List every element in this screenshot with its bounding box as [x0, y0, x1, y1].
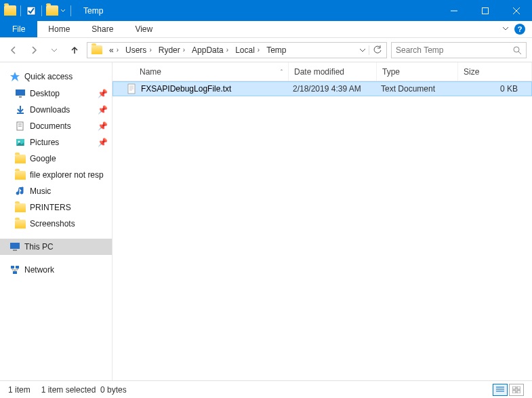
breadcrumb-item[interactable]: Local›	[232, 45, 262, 55]
forward-button[interactable]	[26, 42, 42, 58]
file-row[interactable]: FXSAPIDebugLogFile.txt 2/18/2019 4:39 AM…	[112, 81, 532, 96]
thumbnails-view-button[interactable]	[509, 384, 524, 396]
refresh-button[interactable]	[369, 45, 385, 55]
pc-icon	[9, 241, 20, 252]
file-name: FXSAPIDebugLogFile.txt	[141, 84, 231, 94]
folder-icon	[15, 153, 26, 164]
ribbon-expand-button[interactable]	[502, 24, 509, 34]
navigation-pane: Quick access Desktop 📌 Downloads 📌 Docum…	[0, 62, 112, 380]
close-button[interactable]	[501, 0, 532, 21]
sidebar-this-pc[interactable]: This PC	[0, 239, 112, 255]
app-icon	[4, 5, 16, 16]
address-dropdown-button[interactable]	[356, 42, 369, 58]
tab-file[interactable]: File	[0, 21, 37, 37]
maximize-button[interactable]	[470, 0, 501, 21]
column-size[interactable]: Size	[458, 62, 532, 81]
pin-icon: 📌	[98, 89, 108, 98]
sidebar-item-downloads[interactable]: Downloads 📌	[0, 102, 112, 118]
minimize-button[interactable]	[438, 0, 470, 21]
svg-rect-28	[512, 386, 516, 389]
file-list-pane: Nameˆ Date modified Type Size FXSAPIDebu…	[112, 62, 532, 380]
help-button[interactable]: ?	[514, 24, 525, 35]
svg-point-5	[514, 47, 519, 52]
search-box[interactable]	[391, 42, 527, 58]
column-headers: Nameˆ Date modified Type Size	[112, 62, 532, 81]
sidebar-item-fileexplorer[interactable]: file explorer not resp	[0, 167, 112, 183]
up-button[interactable]	[66, 42, 83, 58]
svg-rect-8	[19, 96, 22, 98]
svg-rect-7	[16, 89, 25, 96]
svg-rect-15	[10, 243, 20, 249]
network-icon	[9, 264, 20, 275]
breadcrumb-overflow[interactable]: «›	[106, 45, 121, 55]
status-item-count: 1 item	[8, 385, 30, 395]
titlebar: Temp	[0, 0, 532, 21]
window-controls	[438, 0, 532, 21]
search-icon	[512, 45, 522, 55]
breadcrumb-item[interactable]: Temp	[264, 45, 289, 55]
qat-newfolder-button[interactable]	[46, 5, 58, 16]
pictures-icon	[15, 137, 26, 148]
ribbon-tabs: File Home Share View ?	[0, 21, 532, 38]
tab-home[interactable]: Home	[37, 21, 81, 37]
sort-indicator-icon: ˆ	[281, 68, 283, 75]
svg-rect-17	[11, 266, 14, 268]
qat-properties-button[interactable]	[25, 5, 37, 17]
content-area: Quick access Desktop 📌 Downloads 📌 Docum…	[0, 62, 532, 380]
pin-icon: 📌	[98, 105, 108, 115]
sidebar-item-screenshots[interactable]: Screenshots	[0, 216, 112, 232]
svg-rect-31	[517, 391, 520, 393]
svg-line-6	[518, 52, 521, 54]
sidebar-item-printers[interactable]: PRINTERS	[0, 199, 112, 216]
recent-locations-button[interactable]	[46, 42, 62, 58]
file-size: 0 KB	[457, 84, 531, 94]
sidebar-network[interactable]: Network	[0, 262, 112, 278]
pin-icon: 📌	[98, 121, 108, 131]
quick-access-toolbar	[0, 5, 78, 17]
sidebar-item-music[interactable]: Music	[0, 183, 112, 199]
svg-rect-19	[13, 271, 17, 274]
desktop-icon	[15, 88, 26, 99]
back-button[interactable]	[5, 42, 22, 58]
column-name[interactable]: Nameˆ	[134, 62, 289, 81]
breadcrumb-item[interactable]: Users›	[123, 45, 155, 55]
address-bar[interactable]: «› Users› Ryder› AppData› Local› Temp	[87, 42, 387, 58]
status-selection: 1 item selected 0 bytes	[41, 385, 127, 395]
music-icon	[15, 186, 26, 197]
folder-icon	[15, 170, 26, 180]
sidebar-item-documents[interactable]: Documents 📌	[0, 118, 112, 134]
sidebar-quick-access[interactable]: Quick access	[0, 68, 112, 85]
details-view-button[interactable]	[493, 384, 508, 396]
qat-dropdown-button[interactable]	[60, 8, 66, 14]
window-title: Temp	[83, 6, 103, 16]
sidebar-item-google[interactable]: Google	[0, 151, 112, 167]
file-rows: FXSAPIDebugLogFile.txt 2/18/2019 4:39 AM…	[112, 81, 532, 380]
breadcrumb-root[interactable]	[89, 45, 105, 54]
svg-rect-29	[517, 386, 520, 389]
folder-icon	[15, 218, 26, 229]
navigation-bar: «› Users› Ryder› AppData› Local› Temp	[0, 38, 532, 62]
folder-icon	[91, 45, 102, 54]
documents-icon	[15, 121, 26, 132]
star-icon	[9, 71, 20, 82]
svg-rect-30	[512, 391, 516, 393]
breadcrumb-item[interactable]: Ryder›	[156, 45, 188, 55]
sidebar-item-pictures[interactable]: Pictures 📌	[0, 134, 112, 151]
svg-rect-18	[16, 266, 19, 268]
tab-share[interactable]: Share	[81, 21, 124, 37]
file-date: 2/18/2019 4:39 AM	[287, 84, 375, 94]
breadcrumb-item[interactable]: AppData›	[189, 45, 231, 55]
tab-view[interactable]: View	[124, 21, 163, 37]
status-bar: 1 item 1 item selected 0 bytes	[0, 380, 532, 398]
downloads-icon	[15, 104, 26, 115]
sidebar-item-desktop[interactable]: Desktop 📌	[0, 85, 112, 102]
view-switcher	[493, 384, 524, 396]
svg-rect-2	[483, 7, 489, 14]
pin-icon: 📌	[98, 138, 108, 147]
text-file-icon	[126, 83, 137, 94]
search-input[interactable]	[396, 45, 512, 55]
column-date[interactable]: Date modified	[289, 62, 377, 81]
file-type: Text Document	[375, 84, 457, 94]
column-type[interactable]: Type	[377, 62, 458, 81]
svg-rect-16	[13, 250, 17, 251]
